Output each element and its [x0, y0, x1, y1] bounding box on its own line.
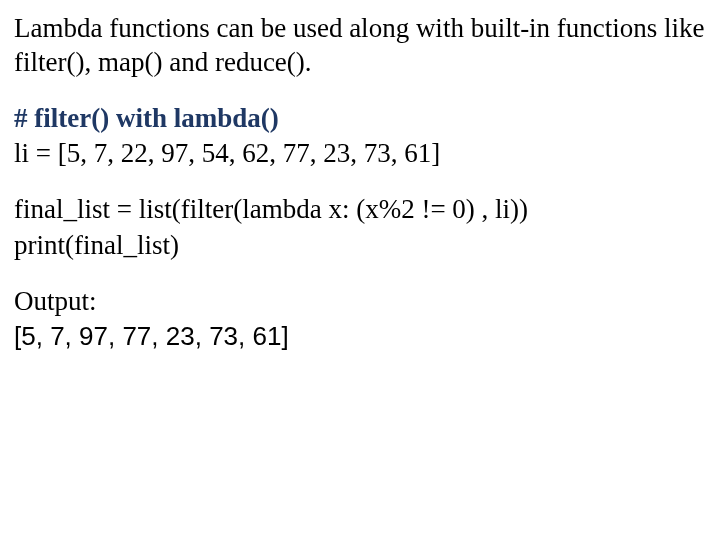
- code-heading: # filter() with lambda(): [14, 102, 706, 136]
- code-block-1: # filter() with lambda() li = [5, 7, 22,…: [14, 102, 706, 172]
- code-block-2: final_list = list(filter(lambda x: (x%2 …: [14, 193, 706, 263]
- output-block: Output: [5, 7, 97, 77, 23, 73, 61]: [14, 285, 706, 353]
- code-line-li: li = [5, 7, 22, 97, 54, 62, 77, 23, 73, …: [14, 137, 706, 171]
- output-label: Output:: [14, 285, 706, 319]
- code-line-print: print(final_list): [14, 229, 706, 263]
- intro-paragraph: Lambda functions can be used along with …: [14, 12, 706, 80]
- code-line-filter: final_list = list(filter(lambda x: (x%2 …: [14, 193, 706, 227]
- output-value: [5, 7, 97, 77, 23, 73, 61]: [14, 320, 706, 353]
